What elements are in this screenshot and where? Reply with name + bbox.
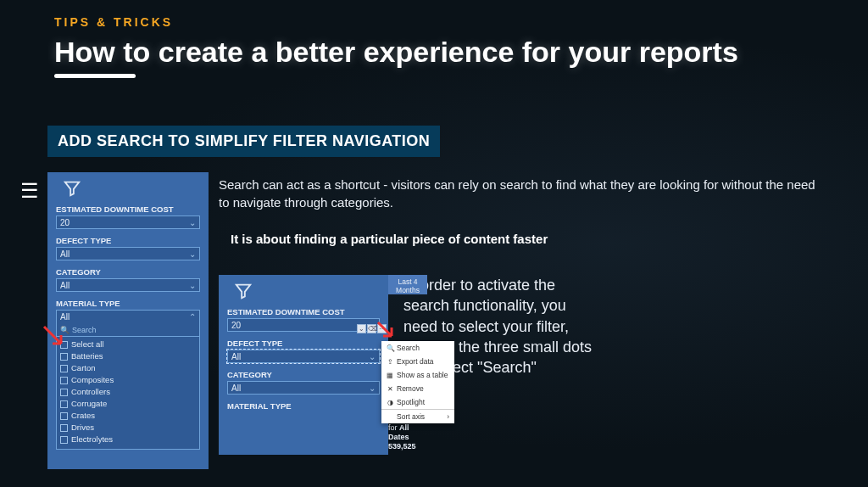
checkbox-icon <box>60 436 68 444</box>
label-category: CATEGORY <box>56 267 200 277</box>
funnel-icon <box>234 282 253 300</box>
hamburger-icon[interactable]: ☰ <box>20 179 39 203</box>
menu-item-search[interactable]: 🔍Search <box>381 341 454 355</box>
search-icon: 🔍 <box>60 326 70 334</box>
page-title: How to create a better experience for yo… <box>54 36 868 69</box>
kicker: TIPS & TRICKS <box>54 15 868 29</box>
chevron-up-icon: ⌃ <box>189 312 196 322</box>
chevron-down-icon: ⌄ <box>189 249 196 259</box>
time-chip[interactable]: Last 4 Months <box>388 275 427 294</box>
option-electrolytes[interactable]: Electrolytes <box>60 434 196 445</box>
dropdown-defect-type[interactable]: All ⌄ <box>227 350 380 363</box>
funnel-icon <box>63 179 81 198</box>
material-options-list: Select all Batteries Carton Composites C… <box>56 337 200 450</box>
checkbox-icon <box>60 377 68 384</box>
dropdown-category[interactable]: All ⌄ <box>227 381 380 395</box>
menu-item-show-table[interactable]: ▦Show as a table <box>381 368 454 382</box>
label-defect-type: DEFECT TYPE <box>227 339 380 348</box>
option-crates[interactable]: Crates <box>60 410 196 422</box>
menu-item-spotlight[interactable]: ◑Spotlight <box>381 395 454 409</box>
more-options-icon[interactable]: ⋯ <box>377 324 387 333</box>
dropdown-defect-type[interactable]: All ⌄ <box>56 247 200 260</box>
filter-actions: ⌄ ⌫ ⋯ <box>357 324 387 333</box>
chevron-down-icon: ⌄ <box>369 383 376 393</box>
option-batteries[interactable]: Batteries <box>60 350 196 362</box>
clear-filter-icon[interactable]: ⌄ <box>357 324 366 333</box>
checkbox-icon <box>60 412 68 420</box>
dropdown-value: All <box>60 249 70 259</box>
dropdown-value: All <box>231 352 241 361</box>
remove-icon: ✕ <box>387 385 393 393</box>
right-column: Search can act as a shortcut - visitors … <box>219 172 868 469</box>
option-carton[interactable]: Carton <box>60 362 196 374</box>
label-estimated-cost: ESTIMATED DOWNTIME COST <box>227 307 380 316</box>
paragraph-emphasis: It is about finding a particular piece o… <box>231 232 826 246</box>
dropdown-value: All <box>60 312 70 322</box>
search-input[interactable]: 🔍 Search <box>56 323 200 337</box>
filter-panel-2: Last 4 Months ESTIMATED DOWNTIME COST 20… <box>219 275 388 455</box>
dropdown-value: 20 <box>231 321 241 330</box>
option-corrugate[interactable]: Corrugate <box>60 398 196 410</box>
eraser-icon[interactable]: ⌫ <box>367 324 376 333</box>
paragraph-intro: Search can act as a shortcut - visitors … <box>219 176 826 211</box>
export-icon: ⇪ <box>387 358 393 366</box>
label-material-type: MATERIAL TYPE <box>56 299 200 308</box>
chevron-down-icon: ⌄ <box>369 352 376 361</box>
option-drives[interactable]: Drives <box>60 422 196 434</box>
checkbox-icon <box>60 365 68 372</box>
dropdown-value: All <box>231 383 241 393</box>
context-menu: 🔍Search ⇪Export data ▦Show as a table ✕R… <box>381 341 454 423</box>
search-placeholder: Search <box>72 326 97 334</box>
dropdown-estimated-cost[interactable]: 20 ⌄ <box>56 216 200 229</box>
option-controllers[interactable]: Controllers <box>60 386 196 398</box>
table-icon: ▦ <box>387 372 393 379</box>
option-composites[interactable]: Composites <box>60 374 196 386</box>
time-chip-label: Last 4 Months <box>388 277 427 294</box>
dropdown-value: All <box>60 281 70 290</box>
filter-panel-1: ☰ ESTIMATED DOWNTIME COST 20 ⌄ DEFECT TY… <box>47 172 209 469</box>
option-select-all[interactable]: Select all <box>60 339 196 350</box>
menu-item-sort[interactable]: Sort axis› <box>381 409 454 423</box>
chevron-down-icon: ⌄ <box>189 281 196 290</box>
menu-item-export[interactable]: ⇪Export data <box>381 355 454 368</box>
dropdown-material-type[interactable]: All ⌃ <box>56 310 200 323</box>
summary-value: 539,525 <box>388 442 427 451</box>
label-estimated-cost: ESTIMATED DOWNTIME COST <box>56 204 200 214</box>
label-defect-type: DEFECT TYPE <box>56 236 200 245</box>
dropdown-category[interactable]: All ⌄ <box>56 278 200 292</box>
label-category: CATEGORY <box>227 370 380 379</box>
checkbox-icon <box>60 341 68 349</box>
checkbox-icon <box>60 353 68 361</box>
summary-block: for for All DatesAll Dates 539,525 <box>388 423 427 451</box>
checkbox-icon <box>60 424 68 432</box>
chevron-right-icon: › <box>447 412 449 421</box>
summary-dates: for for All DatesAll Dates <box>388 423 427 442</box>
search-icon: 🔍 <box>387 344 393 352</box>
menu-item-remove[interactable]: ✕Remove <box>381 382 454 395</box>
title-underline <box>54 74 136 78</box>
label-material-type: MATERIAL TYPE <box>227 401 380 411</box>
spotlight-icon: ◑ <box>387 399 393 406</box>
dropdown-value: 20 <box>60 218 70 227</box>
checkbox-icon <box>60 400 68 408</box>
checkbox-icon <box>60 389 68 396</box>
section-subheader: ADD SEARCH TO SIMPLIFY FILTER NAVIGATION <box>47 126 440 157</box>
chevron-down-icon: ⌄ <box>189 218 196 227</box>
